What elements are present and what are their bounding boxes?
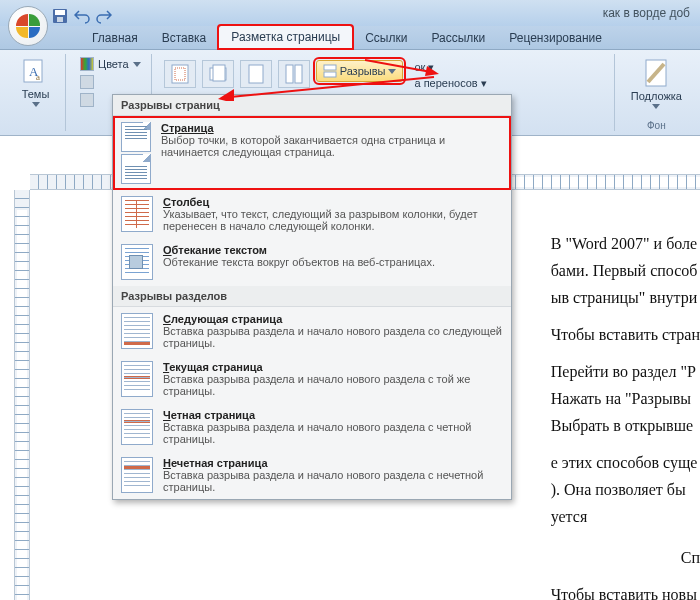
break-continuous-title: ТТекущая страницаекущая страница [163, 361, 503, 373]
line-numbers-hyphenation: ок ▾ а переносов ▾ [413, 60, 487, 91]
breaks-button[interactable]: Разрывы [316, 60, 404, 82]
chevron-down-icon [652, 104, 660, 109]
break-column-item[interactable]: ССтолбецтолбец Указывает, что текст, сле… [113, 190, 511, 238]
page-breaks-header: Разрывы страниц [113, 95, 511, 116]
columns-button[interactable] [278, 60, 310, 88]
svg-rect-2 [57, 17, 63, 22]
page-break-icon [121, 122, 151, 184]
break-next-page-desc: Вставка разрыва раздела и начало нового … [163, 325, 503, 349]
break-continuous-item[interactable]: ТТекущая страницаекущая страница Вставка… [113, 355, 511, 403]
break-page-desc: Выбор точки, в которой заканчивается одн… [161, 134, 503, 158]
break-odd-page-item[interactable]: ННечетная страницаечетная страница Встав… [113, 451, 511, 499]
continuous-section-icon [121, 361, 153, 397]
svg-rect-14 [324, 72, 336, 77]
text-wrap-break-icon [121, 244, 153, 280]
group-themes: Aa Темы [6, 54, 66, 131]
break-textwrap-desc: Обтекание текста вокруг объектов на веб-… [163, 256, 435, 268]
document-text: В "Word 2007" и боле бами. Первый способ… [551, 230, 700, 600]
vertical-ruler[interactable] [14, 190, 30, 600]
break-odd-page-desc: Вставка разрыва раздела и начало нового … [163, 469, 503, 493]
break-textwrap-item[interactable]: ООбтекание текстомбтекание текстом Обтек… [113, 238, 511, 286]
breaks-dropdown: Разрывы страниц Страница Выбор точки, в … [112, 94, 512, 500]
tab-references[interactable]: Ссылки [353, 27, 419, 49]
group-background: Подложка Фон [619, 54, 694, 131]
chevron-down-icon [388, 69, 396, 74]
break-next-page-title: ССледующая страницаледующая страница [163, 313, 503, 325]
tab-home[interactable]: Главная [80, 27, 150, 49]
svg-rect-1 [55, 10, 65, 15]
word-window: как в ворде доб Главная Вставка Разметка… [0, 0, 700, 600]
tab-mailings[interactable]: Рассылки [419, 27, 497, 49]
break-next-page-item[interactable]: ССледующая страницаледующая страница Вст… [113, 307, 511, 355]
break-column-desc: Указывает, что текст, следующий за разры… [163, 208, 503, 232]
watermark-label: Подложка [631, 90, 682, 102]
break-column-title: ССтолбецтолбец [163, 196, 503, 208]
svg-rect-13 [324, 65, 336, 70]
tab-review[interactable]: Рецензирование [497, 27, 614, 49]
break-textwrap-title: ООбтекание текстомбтекание текстом [163, 244, 435, 256]
redo-icon[interactable] [96, 8, 112, 24]
themes-button[interactable]: Aa Темы [18, 56, 54, 109]
breaks-label: Разрывы [340, 65, 386, 77]
tab-insert[interactable]: Вставка [150, 27, 219, 49]
undo-icon[interactable] [74, 8, 90, 24]
even-page-section-icon [121, 409, 153, 445]
svg-rect-12 [295, 65, 302, 83]
odd-page-section-icon [121, 457, 153, 493]
quick-access-toolbar [52, 6, 112, 26]
office-button[interactable] [8, 6, 48, 46]
save-icon[interactable] [52, 8, 68, 24]
hyphenation-button[interactable]: а переносов ▾ [413, 76, 487, 91]
fonts-button[interactable] [78, 74, 143, 90]
svg-rect-10 [249, 65, 263, 83]
colors-button[interactable]: Цвета [78, 56, 143, 72]
tab-page-layout[interactable]: Разметка страницы [218, 25, 353, 49]
size-button[interactable] [240, 60, 272, 88]
watermark-button[interactable]: Подложка [627, 56, 686, 111]
break-page-title: Страница [161, 122, 503, 134]
chevron-down-icon [32, 102, 40, 107]
watermark-icon [642, 58, 670, 88]
break-even-page-item[interactable]: ЧЧетная страницаетная страница Вставка р… [113, 403, 511, 451]
svg-text:a: a [36, 72, 40, 82]
margins-button[interactable] [164, 60, 196, 88]
break-continuous-desc: Вставка разрыва раздела и начало нового … [163, 373, 503, 397]
line-numbers-button[interactable]: ок ▾ [413, 60, 487, 75]
column-break-icon [121, 196, 153, 232]
svg-rect-9 [213, 65, 225, 81]
section-breaks-header: Разрывы разделов [113, 286, 511, 307]
breaks-icon [323, 64, 337, 78]
break-even-page-desc: Вставка разрыва раздела и начало нового … [163, 421, 503, 445]
window-title: как в ворде доб [603, 6, 690, 20]
orientation-button[interactable] [202, 60, 234, 88]
break-even-page-title: ЧЧетная страницаетная страница [163, 409, 503, 421]
office-logo-icon [16, 14, 40, 38]
break-page-item[interactable]: Страница Выбор точки, в которой заканчив… [113, 116, 511, 190]
break-odd-page-title: ННечетная страницаечетная страница [163, 457, 503, 469]
themes-label: Темы [22, 88, 50, 100]
next-page-section-icon [121, 313, 153, 349]
themes-icon: Aa [22, 58, 50, 86]
svg-rect-11 [286, 65, 293, 83]
ribbon-tabs: Главная Вставка Разметка страницы Ссылки… [0, 26, 700, 50]
group-background-label: Фон [619, 120, 694, 131]
